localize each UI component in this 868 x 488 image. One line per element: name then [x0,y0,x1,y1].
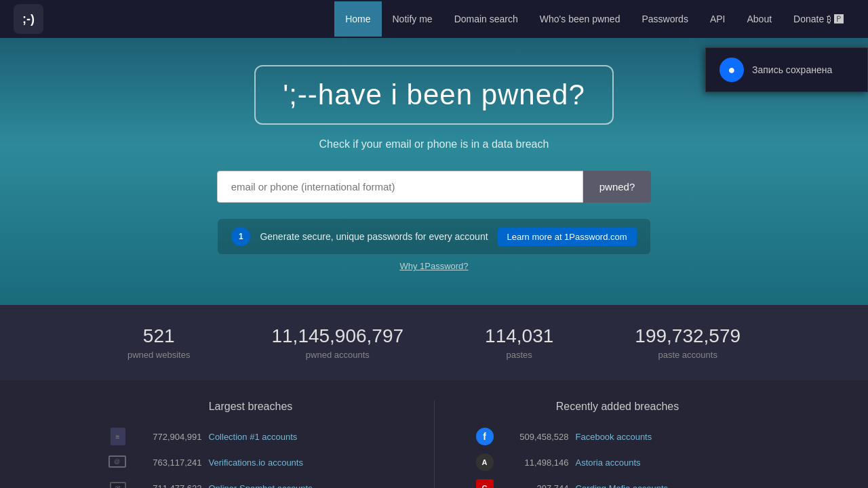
breach-count: 763,117,241 [134,458,202,468]
stat-number-paste-accounts: 199,732,579 [635,325,741,347]
breach-icon: f [475,427,494,446]
onepassword-icon: 1 [231,227,250,246]
stat-pwned-websites: 521 pwned websites [127,325,191,360]
stats-section: 521 pwned websites 11,145,906,797 pwned … [0,305,868,380]
promo-link[interactable]: Why 1Password? [399,261,468,271]
site-logo[interactable]: ;-) [14,4,43,34]
breach-icon: @ [108,453,127,472]
stat-label-pastes: pastes [485,350,553,360]
toast-notification: ● Запись сохранена [705,47,868,92]
nav-home[interactable]: Home [334,1,381,37]
stat-label-websites: pwned websites [127,350,191,360]
hero-title-box: ';--have i been pwned? [254,65,614,125]
breach-count: 297,744 [501,483,569,489]
stat-number-pastes: 114,031 [485,325,553,347]
navbar: ;-) Home Notify me Domain search Who's b… [0,0,868,38]
nav-api[interactable]: API [699,1,736,37]
promo-bar: 1 Generate secure, unique passwords for … [218,219,650,254]
nav-domain[interactable]: Domain search [443,1,529,37]
stat-label-accounts: pwned accounts [271,350,403,360]
breach-count: 772,904,991 [134,432,202,442]
recent-breaches-column: Recently added breaches f 509,458,528 Fa… [475,401,760,488]
stat-pwned-accounts: 11,145,906,797 pwned accounts [271,325,403,360]
breach-name[interactable]: Facebook accounts [576,432,652,442]
recent-breach-row: f 509,458,528 Facebook accounts [475,424,760,449]
breach-count: 509,458,528 [501,432,569,442]
stat-number-websites: 521 [127,325,191,347]
nav-passwords[interactable]: Passwords [631,1,698,37]
breach-name[interactable]: Collection #1 accounts [209,432,298,442]
stat-label-paste-accounts: paste accounts [635,350,741,360]
breach-icon: C [475,479,494,488]
toast-text: Запись сохранена [752,64,832,75]
breach-name[interactable]: Onliner Spambot accounts [209,483,313,489]
breach-name[interactable]: Astoria accounts [576,458,641,468]
breach-count: 711,477,622 [134,483,202,489]
breach-icon: A [475,453,494,472]
breach-icon: ≡ [108,427,127,446]
search-button[interactable]: pwned? [583,171,652,203]
nav-pwned[interactable]: Who's been pwned [529,1,631,37]
stat-paste-accounts: 199,732,579 paste accounts [635,325,741,360]
breach-name[interactable]: Verifications.io accounts [209,458,303,468]
nav-about[interactable]: About [736,1,783,37]
stat-number-accounts: 11,145,906,797 [271,325,403,347]
largest-breach-row: ≡ 772,904,991 Collection #1 accounts [108,424,393,449]
hero-subtitle: Check if your email or phone is in a dat… [14,138,854,150]
promo-button[interactable]: Learn more at 1Password.com [498,228,637,246]
search-input[interactable] [217,171,583,203]
nav-notify[interactable]: Notify me [382,1,443,37]
nav-donate[interactable]: Donate ₿ 🅿 [783,1,854,37]
largest-breach-row: @ 763,117,241 Verifications.io accounts [108,449,393,475]
column-divider [434,401,435,488]
toast-icon: ● [719,58,744,82]
largest-breach-row: ✉ 711,477,622 Onliner Spambot accounts [108,475,393,488]
largest-breaches-title: Largest breaches [108,401,393,413]
recent-breach-row: C 297,744 Carding Mafia accounts [475,475,760,488]
recent-breach-row: A 11,498,146 Astoria accounts [475,449,760,475]
nav-links: Home Notify me Domain search Who's been … [334,1,854,37]
breach-name[interactable]: Carding Mafia accounts [576,483,669,489]
breaches-section: Largest breaches ≡ 772,904,991 Collectio… [0,380,868,488]
breach-count: 11,498,146 [501,458,569,468]
hero-title: ';--have i been pwned? [283,79,585,111]
largest-breaches-column: Largest breaches ≡ 772,904,991 Collectio… [108,401,393,488]
promo-text: Generate secure, unique passwords for ev… [260,231,488,242]
recent-breaches-title: Recently added breaches [475,401,760,413]
stat-pastes: 114,031 pastes [485,325,553,360]
breach-icon: ✉ [108,479,127,488]
search-container: pwned? [14,171,854,203]
